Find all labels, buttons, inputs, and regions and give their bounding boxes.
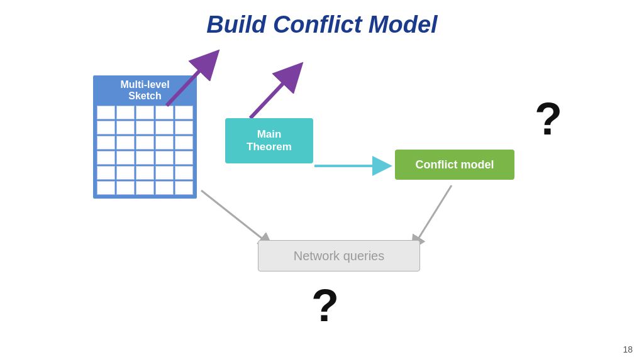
grid-cell (116, 151, 135, 165)
grid-cell (155, 181, 174, 195)
grid-cell (136, 136, 154, 150)
queries-label: Network queries (294, 249, 385, 263)
grid-cell (116, 121, 135, 134)
question-mark-bottom: ? (311, 280, 339, 331)
grid-cell (136, 121, 154, 134)
grid-cell (116, 166, 135, 180)
grid-cell (97, 106, 115, 119)
grid-cell (175, 121, 193, 134)
grid-cell (155, 166, 174, 180)
svg-line-3 (250, 73, 293, 118)
grid-cell (136, 181, 154, 195)
theorem-label: MainTheorem (247, 128, 292, 153)
grid-cell (97, 136, 115, 150)
grid-cell (116, 106, 135, 119)
grid-cell (175, 166, 193, 180)
purple-arrow-2 (244, 68, 301, 124)
grid-cell (155, 121, 174, 134)
grid-cell (97, 181, 115, 195)
grid-cell (116, 181, 135, 195)
slide-title: Build Conflict Model (0, 11, 644, 38)
grid-cell (175, 136, 193, 150)
purple-arrow-1 (160, 55, 217, 112)
page-number: 18 (623, 344, 633, 354)
sketch-grid (97, 106, 193, 195)
grid-cell (136, 151, 154, 165)
grid-cell (136, 166, 154, 180)
grid-cell (136, 106, 154, 119)
queries-box: Network queries (258, 240, 420, 272)
grid-cell (155, 151, 174, 165)
grid-cell (175, 181, 193, 195)
grid-cell (116, 136, 135, 150)
question-mark-top-right: ? (535, 93, 562, 145)
theorem-box: MainTheorem (225, 118, 313, 163)
cyan-arrow (313, 158, 395, 173)
slide: Build Conflict Model Multi-levelSketch (0, 0, 644, 362)
svg-line-1 (167, 60, 209, 106)
grid-cell (155, 136, 174, 150)
svg-line-9 (415, 185, 452, 244)
grid-cell (97, 121, 115, 134)
grid-cell (97, 166, 115, 180)
grid-cell (97, 151, 115, 165)
grid-cell (175, 151, 193, 165)
svg-line-7 (201, 190, 267, 243)
conflict-label: Conflict model (416, 158, 494, 172)
conflict-box: Conflict model (395, 150, 514, 180)
